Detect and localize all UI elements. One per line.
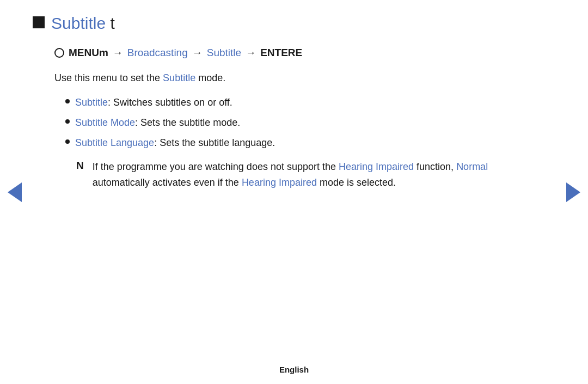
bullet-dot-icon [65,119,70,124]
bullet-3-text: : Sets the subtitle language. [154,137,275,148]
feature-list: Subtitle: Switches subtitles on or off. … [65,95,490,150]
hearing-impaired-link-2: Hearing Impaired [242,177,317,188]
bullet-2-link: Subtitle Mode [75,117,135,128]
note-letter: N [76,160,84,172]
page-title: Subtitle t [51,11,115,34]
note-part-4: mode is selected. [317,177,396,188]
list-item: Subtitle: Switches subtitles on or off. [65,95,490,110]
next-page-button[interactable] [566,182,580,202]
bullet-dot-icon [65,99,70,103]
bullet-1-text: : Switches subtitles on or off. [108,97,232,108]
bullet-1-link: Subtitle [75,97,108,108]
bullet-3-link: Subtitle Language [75,137,154,148]
note-row: N If the programme you are watching does… [76,159,490,191]
title-square-icon [33,16,45,28]
subtitle-link: Subtitle [207,47,241,59]
list-item: Subtitle Mode: Sets the subtitle mode. [65,115,490,130]
note-part-3: automatically activates even if the [93,177,242,188]
note-part-2: function, [414,161,456,172]
arrow-3: → [246,47,256,59]
page-title-text: Subtitle [51,14,106,32]
description-prefix: Use this menu to set the [54,72,163,83]
page-title-suffix: t [106,14,115,32]
list-item: Subtitle Language: Sets the subtitle lan… [65,136,490,150]
normal-link: Normal [456,161,488,172]
bullet-2-text: : Sets the subtitle mode. [135,117,240,128]
description-link: Subtitle [163,72,195,83]
menu-path-row: MENUm → Broadcasting → Subtitle → ENTERE [54,47,490,59]
main-content: Subtitle t MENUm → Broadcasting → Subtit… [0,0,534,212]
menu-label: MENUm [69,47,108,59]
circle-icon [54,48,64,58]
list-item-text: Subtitle: Switches subtitles on or off. [75,95,232,110]
description-suffix: mode. [195,72,225,83]
footer-language: English [279,365,309,374]
list-item-text: Subtitle Mode: Sets the subtitle mode. [75,115,240,130]
bullet-dot-icon [65,139,70,144]
note-part-1: If the programme you are watching does n… [93,161,339,172]
arrow-1: → [113,47,123,59]
note-text: If the programme you are watching does n… [93,159,490,191]
enter-text: ENTERE [260,47,302,59]
broadcasting-link: Broadcasting [127,47,188,59]
title-row: Subtitle t [33,11,490,34]
previous-page-button[interactable] [8,182,22,202]
arrow-2: → [192,47,203,59]
hearing-impaired-link-1: Hearing Impaired [339,161,414,172]
description: Use this menu to set the Subtitle mode. [54,71,490,86]
list-item-text: Subtitle Language: Sets the subtitle lan… [75,136,275,150]
